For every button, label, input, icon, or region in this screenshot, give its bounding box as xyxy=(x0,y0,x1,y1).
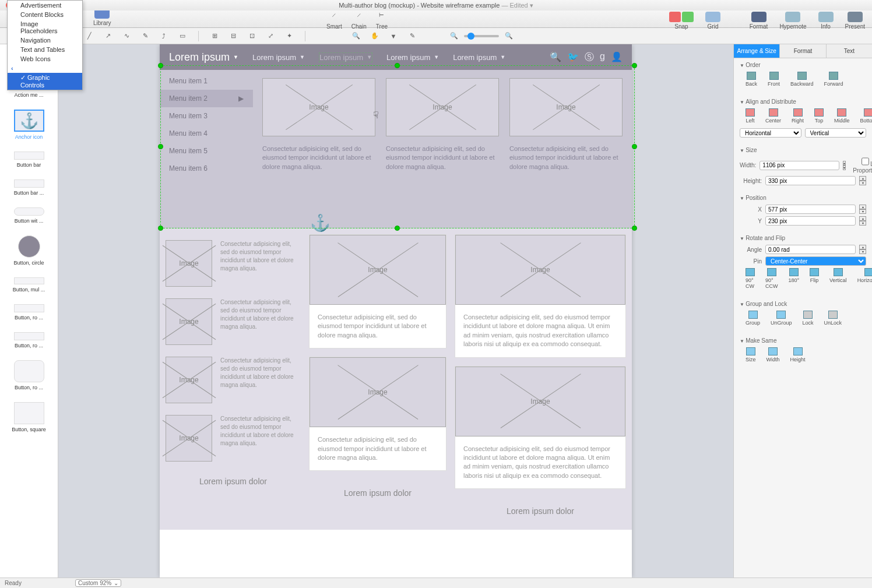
dd-item-selected[interactable]: ✓ Graphic Controls xyxy=(8,73,82,90)
lib-item[interactable]: Button, square xyxy=(0,402,58,432)
height-input[interactable] xyxy=(765,176,856,185)
present-button[interactable]: Present xyxy=(845,12,865,30)
align-tool[interactable]: ⊞ xyxy=(209,31,220,41)
tab-format[interactable]: Format xyxy=(780,44,826,58)
lib-item[interactable]: Button, mul ... xyxy=(0,277,58,293)
zoom-out-icon[interactable]: 🔍 xyxy=(449,31,459,41)
section-size[interactable]: Size xyxy=(740,147,866,153)
wf-nav-item[interactable]: Lorem ipsum ▼ xyxy=(386,53,439,62)
library-category-dropdown[interactable]: Advertisement Content Blocks Image Place… xyxy=(7,0,83,90)
order-forward[interactable]: Forward xyxy=(824,72,843,87)
list-item[interactable]: ImageConsectetur adipisicing elit, sed d… xyxy=(166,409,301,467)
distribute-h[interactable]: Horizontal xyxy=(740,128,801,138)
zoom-select[interactable]: Custom 92%⌄ xyxy=(75,579,121,587)
y-input[interactable] xyxy=(765,216,856,226)
library-tab[interactable]: Library xyxy=(93,8,111,26)
skype-icon[interactable]: Ⓢ xyxy=(585,51,594,64)
pen-tool[interactable]: ✎ xyxy=(140,31,150,41)
stamp-tool[interactable]: ▼ xyxy=(388,31,399,41)
dd-item[interactable]: Image Placeholders xyxy=(8,19,82,36)
hand-tool[interactable]: ✋ xyxy=(370,31,380,41)
order-back[interactable]: Back xyxy=(746,72,757,87)
lib-item[interactable]: Button wit ... xyxy=(0,207,58,224)
info-button[interactable]: Info xyxy=(818,12,834,30)
pin-select[interactable]: Center-Center xyxy=(765,256,866,266)
eyedropper-tool[interactable]: ✎ xyxy=(407,31,417,41)
grid-button[interactable]: Grid xyxy=(705,12,720,30)
wf-menu-item[interactable]: Menu item 3 xyxy=(160,107,253,125)
align-top[interactable]: Top xyxy=(814,108,824,124)
chain-connector[interactable]: ⟋Chain xyxy=(351,12,367,30)
distribute-tool[interactable]: ⊟ xyxy=(228,31,238,41)
wf-menu-item[interactable]: Menu item 6 xyxy=(160,160,253,177)
zoom-slider[interactable] xyxy=(464,35,499,37)
twitter-icon[interactable]: 🐦 xyxy=(567,51,579,64)
width-input[interactable] xyxy=(760,161,839,170)
list-item[interactable]: ImageConsectetur adipisicing elit, sed d… xyxy=(166,351,301,409)
lib-item-anchor[interactable]: ⚓Anchor icon xyxy=(0,110,58,140)
connector-tool[interactable]: ⤴ xyxy=(159,31,169,41)
lib-item[interactable]: Button bar ... xyxy=(0,179,58,196)
list-item[interactable]: ImageConsectetur adipisicing elit, sed d… xyxy=(455,234,626,358)
dd-back[interactable]: ‹ xyxy=(8,64,82,73)
x-input[interactable] xyxy=(765,205,856,214)
wf-nav-brand[interactable]: Lorem ipsum ▼ xyxy=(169,51,238,64)
dd-item[interactable]: Navigation xyxy=(8,36,82,45)
line-tool[interactable]: ╱ xyxy=(84,31,94,41)
wf-nav-item[interactable]: Lorem ipsum ▼ xyxy=(453,53,505,62)
search-icon[interactable]: 🔍 xyxy=(351,31,361,41)
order-front[interactable]: Front xyxy=(768,72,780,87)
angle-input[interactable] xyxy=(765,245,856,254)
section-position[interactable]: Position xyxy=(740,195,866,201)
section-rotate[interactable]: Rotate and Flip xyxy=(740,235,866,241)
freehand-tool[interactable]: ∿ xyxy=(121,31,132,41)
list-item[interactable]: ImageConsectetur adipisicing elit, sed d… xyxy=(309,234,446,348)
section-order[interactable]: Order xyxy=(740,62,866,68)
arrow-tool[interactable]: ↗ xyxy=(103,31,113,41)
wf-menu-item[interactable]: Menu item 1 xyxy=(160,72,253,90)
list-item[interactable]: ImageConsectetur adipisicing elit, sed d… xyxy=(309,357,446,471)
dd-item[interactable]: Text and Tables xyxy=(8,45,82,54)
align-bottom[interactable]: Bottom xyxy=(860,108,872,124)
group-tool[interactable]: ⊡ xyxy=(247,31,257,41)
user-icon[interactable]: 👤 xyxy=(611,51,623,64)
dd-item[interactable]: Content Blocks xyxy=(8,10,82,19)
align-center[interactable]: Center xyxy=(765,108,781,124)
list-item[interactable]: ImageConsectetur adipisicing elit, sed d… xyxy=(166,293,301,351)
wf-nav-item[interactable]: Lorem ipsum ▼ xyxy=(252,53,305,62)
section-group[interactable]: Group and Lock xyxy=(740,301,866,307)
wf-menu-item[interactable]: Menu item 4 xyxy=(160,125,253,142)
align-middle[interactable]: Middle xyxy=(834,108,850,124)
width-stepper[interactable]: ▴▾ xyxy=(843,161,846,170)
group-button[interactable]: Group xyxy=(746,311,760,326)
snap-button[interactable]: Snap xyxy=(669,12,694,30)
wf-menu-item[interactable]: Menu item 2▶ xyxy=(160,90,253,107)
flip[interactable]: Flip xyxy=(810,268,819,289)
lib-item[interactable]: Button bar xyxy=(0,152,58,168)
search-icon[interactable]: 🔍 xyxy=(550,51,561,64)
smart-connector[interactable]: ⟋Smart xyxy=(326,12,342,30)
zoom-in-icon[interactable]: 🔍 xyxy=(504,31,514,41)
dd-item[interactable]: Web Icons xyxy=(8,54,82,64)
anchor-icon[interactable]: ⚓ xyxy=(310,213,330,233)
image-placeholder[interactable]: Image xyxy=(262,78,375,136)
lock-proportions[interactable] xyxy=(862,157,869,166)
lib-item[interactable]: Button, ro ... xyxy=(0,360,58,390)
edit-tool[interactable]: ✦ xyxy=(284,31,294,41)
section-same[interactable]: Make Same xyxy=(740,337,866,344)
list-item[interactable]: ImageConsectetur adipisicing elit, sed d… xyxy=(455,366,626,490)
rotate-180[interactable]: 180° xyxy=(788,268,799,289)
text-tool[interactable]: ▭ xyxy=(177,31,188,41)
tab-arrange[interactable]: Arrange & Size xyxy=(734,44,780,58)
rotate-cw[interactable]: 90° CW xyxy=(746,268,755,289)
height-stepper[interactable]: ▴▾ xyxy=(859,176,866,185)
tree-connector[interactable]: ⊢Tree xyxy=(376,12,388,30)
dd-item[interactable]: Advertisement xyxy=(8,1,82,10)
canvas-area[interactable]: Lorem ipsum ▼ Lorem ipsum ▼ Lorem ipsum … xyxy=(58,44,733,578)
align-right[interactable]: Right xyxy=(792,108,804,124)
wf-nav-item[interactable]: Lorem ipsum ▼ xyxy=(319,52,372,62)
list-item[interactable]: ImageConsectetur adipisicing elit, sed d… xyxy=(166,234,301,293)
lib-item[interactable]: Button, circle xyxy=(0,235,58,266)
order-backward[interactable]: Backward xyxy=(790,72,814,87)
tab-text[interactable]: Text xyxy=(827,44,872,58)
